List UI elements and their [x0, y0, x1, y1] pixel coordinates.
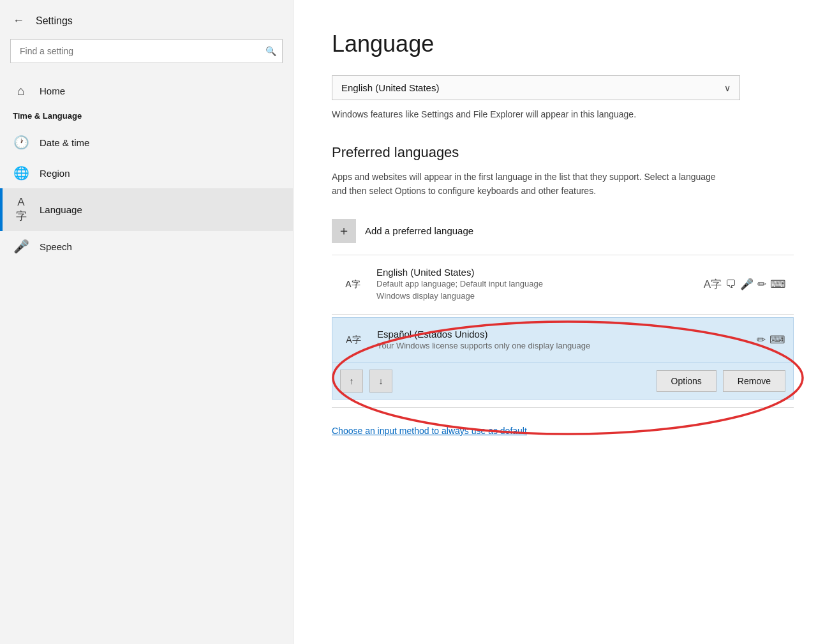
- titlebar: ← Settings: [0, 0, 293, 39]
- language-icon: A字: [13, 196, 29, 223]
- sidebar-item-home[interactable]: ⌂ Home: [0, 76, 293, 106]
- sidebar-item-label: Date & time: [40, 137, 89, 148]
- sidebar-item-region[interactable]: 🌐 Region: [0, 158, 293, 188]
- speech-bubble-icon: 🗨: [725, 278, 736, 291]
- search-box: 🔍: [10, 39, 283, 63]
- page-title: Language: [332, 31, 794, 57]
- language-name-es-us: Español (Estados Unidos): [377, 329, 747, 340]
- language-actions: ↑ ↓ Options Remove: [332, 363, 794, 400]
- sidebar-category: Time & Language: [0, 106, 293, 127]
- add-language-button[interactable]: ＋ Add a preferred language: [332, 213, 473, 250]
- language-name-en-us: English (United States): [376, 267, 694, 278]
- language-info-es-us: Español (Estados Unidos) Your Windows li…: [377, 329, 747, 352]
- windows-lang-value: English (United States): [341, 82, 439, 93]
- language-item-es-us[interactable]: A字 Español (Estados Unidos) Your Windows…: [332, 317, 794, 363]
- region-icon: 🌐: [13, 165, 29, 181]
- options-button[interactable]: Options: [657, 370, 717, 392]
- main-content: Language English (United States) ∨ Windo…: [293, 0, 832, 644]
- language-meta-en-us: Default app language; Default input lang…: [376, 278, 694, 303]
- chevron-down-icon: ∨: [724, 83, 731, 93]
- input-method-link[interactable]: Choose an input method to always use as …: [332, 426, 527, 436]
- edit-icon-es: ✏: [757, 333, 766, 347]
- divider: [332, 255, 794, 255]
- divider: [332, 314, 794, 315]
- move-up-button[interactable]: ↑: [340, 370, 363, 393]
- preferred-languages-desc: Apps and websites will appear in the fir…: [332, 170, 727, 198]
- sidebar-item-language[interactable]: A字 Language: [0, 188, 293, 231]
- language-caps-en-us: A字 🗨 🎤 ✏ ⌨: [704, 277, 786, 292]
- sidebar-item-label: Language: [40, 204, 82, 215]
- sidebar-item-label: Speech: [40, 241, 72, 252]
- home-label: Home: [40, 86, 65, 96]
- language-icon-es-us: A字: [340, 327, 367, 354]
- windows-display-lang: English (United States) ∨ Windows featur…: [332, 75, 794, 121]
- sidebar: ← Settings 🔍 ⌂ Home Time & Language 🕐 Da…: [0, 0, 293, 644]
- sidebar-item-label: Region: [40, 168, 70, 179]
- edit-icon: ✏: [757, 278, 766, 291]
- settings-title: Settings: [36, 15, 73, 27]
- move-down-button[interactable]: ↓: [369, 370, 392, 393]
- language-info-en-us: English (United States) Default app lang…: [376, 267, 694, 303]
- keyboard-icon-es: ⌨: [769, 333, 785, 347]
- speech-icon: 🎤: [13, 239, 29, 254]
- text-icon: A字: [704, 277, 722, 292]
- add-language-label: Add a preferred language: [365, 225, 473, 236]
- language-icon-en-us: A字: [339, 271, 366, 298]
- sidebar-item-speech[interactable]: 🎤 Speech: [0, 231, 293, 262]
- windows-lang-description: Windows features like Settings and File …: [332, 108, 727, 121]
- search-input[interactable]: [10, 39, 283, 63]
- microphone-icon: 🎤: [740, 278, 754, 291]
- search-icon: 🔍: [265, 46, 276, 56]
- sidebar-item-date-time[interactable]: 🕐 Date & time: [0, 127, 293, 158]
- windows-lang-dropdown[interactable]: English (United States) ∨: [332, 75, 740, 100]
- preferred-languages-title: Preferred languages: [332, 144, 794, 161]
- divider-bottom: [332, 407, 794, 408]
- add-icon: ＋: [332, 219, 356, 243]
- espanol-section: A字 Español (Estados Unidos) Your Windows…: [332, 317, 794, 400]
- back-button[interactable]: ←: [10, 11, 27, 30]
- home-icon: ⌂: [13, 84, 29, 98]
- language-meta-es-us: Your Windows license supports only one d…: [377, 340, 747, 352]
- language-item-en-us[interactable]: A字 English (United States) Default app l…: [332, 258, 794, 311]
- date-time-icon: 🕐: [13, 135, 29, 150]
- keyboard-icon: ⌨: [770, 278, 786, 291]
- remove-button[interactable]: Remove: [723, 370, 785, 392]
- language-caps-es-us: ✏ ⌨: [757, 333, 785, 347]
